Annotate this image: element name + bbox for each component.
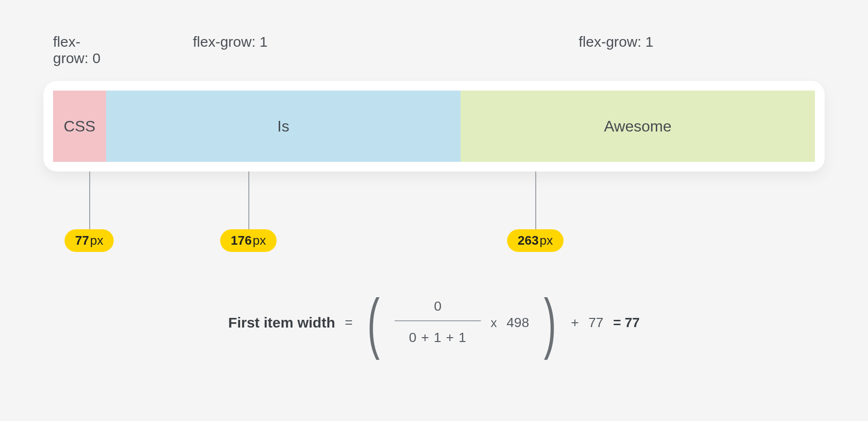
- formula-plus: +: [571, 315, 579, 330]
- connector-line-3: [535, 171, 536, 229]
- width-pill-3: 263px: [507, 229, 564, 252]
- width-value-3: 263: [518, 233, 539, 248]
- paren-open-icon: (: [367, 289, 380, 356]
- width-value-1: 77: [75, 233, 89, 248]
- flex-item-awesome: Awesome: [461, 91, 815, 162]
- width-pill-2: 176px: [220, 229, 277, 252]
- flex-grow-labels-row: flex-grow: 0 flex-grow: 1 flex-grow: 1: [43, 34, 825, 66]
- formula-fraction: 0 0 + 1 + 1: [394, 292, 481, 354]
- formula-equals-1: =: [345, 315, 353, 330]
- width-unit-1: px: [90, 233, 103, 248]
- measurement-connectors: 77px 176px 263px: [43, 171, 825, 263]
- flex-item-is: Is: [106, 91, 461, 162]
- formula-label: First item width: [228, 315, 335, 331]
- label-grow-1b: flex-grow: 1: [439, 34, 825, 66]
- label-grow-1a: flex-grow: 1: [106, 34, 439, 66]
- formula-addend: 77: [588, 315, 603, 330]
- connector-line-1: [89, 171, 90, 229]
- width-formula: First item width = ( 0 0 + 1 + 1 x 498 )…: [228, 289, 639, 356]
- width-unit-2: px: [253, 233, 266, 248]
- formula-result: = 77: [613, 315, 639, 330]
- connector-line-2: [248, 171, 249, 229]
- width-unit-3: px: [540, 233, 553, 248]
- formula-numerator: 0: [415, 292, 461, 320]
- paren-close-icon: ): [544, 289, 556, 356]
- width-pill-1: 77px: [65, 229, 114, 252]
- label-grow-0: flex-grow: 0: [53, 34, 106, 66]
- formula-denominator: 0 + 1 + 1: [394, 321, 481, 354]
- flex-item-css: CSS: [53, 91, 106, 162]
- flex-container: CSS Is Awesome: [53, 91, 815, 162]
- formula-multiplier: 498: [507, 315, 529, 330]
- formula-multiply: x: [491, 316, 497, 330]
- width-value-2: 176: [231, 233, 252, 248]
- flex-container-card: CSS Is Awesome: [43, 81, 825, 171]
